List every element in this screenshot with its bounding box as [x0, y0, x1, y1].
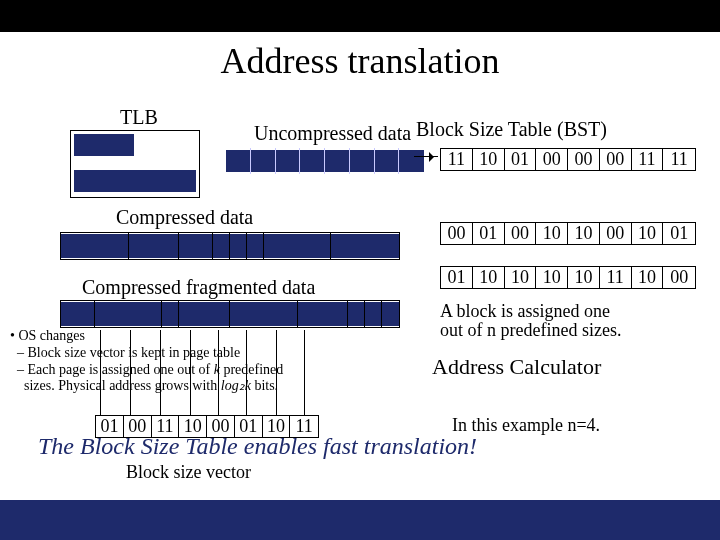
- bst-cell: 11: [663, 149, 695, 170]
- bst-cell: 01: [473, 223, 505, 244]
- connector-line: [304, 330, 305, 416]
- bst-cell: 00: [505, 223, 537, 244]
- tlb-label: TLB: [120, 106, 158, 129]
- bst-cell: 00: [663, 267, 695, 288]
- bst-cell: 11: [600, 267, 632, 288]
- bst-cell: 01: [663, 223, 695, 244]
- os-line3a: sizes. Physical address grows with: [24, 378, 221, 393]
- bst-row-2: 01 10 10 10 10 11 10 00: [440, 266, 696, 289]
- os-line3b: bits.: [251, 378, 278, 393]
- bst-cell: 01: [505, 149, 537, 170]
- bst-cell: 00: [568, 149, 600, 170]
- connector-line: [218, 330, 219, 416]
- bst-cell: 10: [568, 267, 600, 288]
- top-black-bar: [0, 0, 720, 32]
- os-line1: Block size vector is kept in page table: [28, 345, 241, 360]
- bst-cell: 10: [632, 267, 664, 288]
- tlb-row-2: [74, 170, 196, 192]
- bst-row-1: 00 01 00 10 10 00 10 01: [440, 222, 696, 245]
- os-changes-block: • OS changes – Block size vector is kept…: [10, 328, 420, 395]
- page-title: Address translation: [0, 40, 720, 82]
- uncompressed-segments: [226, 148, 424, 174]
- os-line2a: Each page is assigned one out of: [28, 362, 214, 377]
- block-assigned-line2: out of n predefined sizes.: [440, 320, 621, 340]
- bst-cell: 10: [632, 223, 664, 244]
- os-top: OS changes: [18, 328, 85, 343]
- fragmented-segments: [60, 300, 400, 328]
- connector-line: [130, 330, 131, 416]
- bst-cell: 10: [536, 267, 568, 288]
- bst-cell: 10: [568, 223, 600, 244]
- bst-row-0: 11 10 01 00 00 00 11 11: [440, 148, 696, 171]
- bsv-label: Block size vector: [126, 462, 251, 483]
- connector-line: [246, 330, 247, 416]
- connector-line: [100, 330, 101, 416]
- footer-bar: [0, 500, 720, 540]
- bst-cell: 11: [441, 149, 473, 170]
- os-line2b: predefined: [220, 362, 283, 377]
- bst-cell: 11: [632, 149, 664, 170]
- connector-line: [190, 330, 191, 416]
- bst-cell: 10: [536, 223, 568, 244]
- bst-cell: 01: [441, 267, 473, 288]
- block-assigned-text: A block is assigned one out of n predefi…: [440, 302, 700, 340]
- block-assigned-line1: A block is assigned one: [440, 301, 610, 321]
- connector-line: [276, 330, 277, 416]
- bst-cell: 00: [600, 149, 632, 170]
- connector-line: [160, 330, 161, 416]
- compressed-label: Compressed data: [116, 206, 253, 229]
- bst-cell: 10: [505, 267, 537, 288]
- bst-cell: 10: [473, 149, 505, 170]
- bst-cell: 00: [441, 223, 473, 244]
- bst-cell: 00: [600, 223, 632, 244]
- bst-title: Block Size Table (BST): [416, 118, 607, 141]
- arrow-icon: [414, 156, 438, 166]
- fragmented-label: Compressed fragmented data: [82, 276, 315, 299]
- uncompressed-label: Uncompressed data: [254, 122, 411, 145]
- bst-cell: 10: [473, 267, 505, 288]
- bst-cell: 00: [536, 149, 568, 170]
- address-calculator-label: Address Calculator: [432, 354, 601, 380]
- summary-line: The Block Size Table enables fast transl…: [38, 433, 698, 460]
- compressed-segments: [60, 232, 400, 260]
- tlb-row-1: [74, 134, 134, 156]
